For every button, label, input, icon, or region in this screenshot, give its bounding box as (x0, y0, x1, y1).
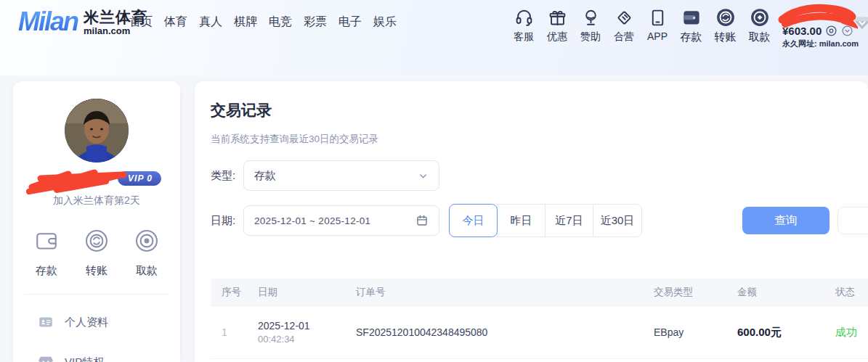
avatar (65, 99, 129, 163)
cell-status: 成功 (835, 326, 868, 340)
cell-amount: 600.00元 (737, 326, 835, 340)
page-subtitle: 当前系统支持查询最近30日的交易记录 (211, 133, 868, 146)
type-label: 类型: (211, 169, 243, 183)
col-amount: 金额 (737, 286, 835, 299)
cell-order-no: SF202512010042348495080 (356, 326, 654, 338)
site-logo[interactable]: Milan 米兰体育 milan.com (18, 7, 147, 37)
sidebar-deposit-button[interactable]: 存款 (33, 228, 60, 278)
table-row: 1 2025-12-01 00:42:34 SF2025120100423484… (211, 306, 868, 359)
reset-button-partial[interactable] (837, 207, 868, 234)
withdraw-button[interactable]: 取款 (742, 6, 776, 44)
nav-item-chess[interactable]: 棋牌 (234, 15, 257, 30)
headset-icon (514, 6, 534, 29)
affiliate-link[interactable]: 合营 (607, 6, 641, 44)
sponsor-link[interactable]: 赞助 (574, 6, 607, 44)
wallet-outline-icon (33, 228, 60, 257)
type-select[interactable]: 存款 (243, 160, 439, 191)
nav-item-live[interactable]: 真人 (199, 15, 222, 30)
chevron-down-icon (418, 170, 429, 181)
partner-icon (615, 6, 634, 29)
transfer-outline-icon (84, 228, 110, 257)
query-button[interactable]: 查询 (742, 207, 830, 234)
nav-item-home[interactable]: 首页 (129, 15, 153, 30)
transaction-records-panel: 交易记录 当前系统支持查询最近30日的交易记录 类型: 存款 日期: 2025-… (195, 81, 868, 362)
range-7days-button[interactable]: 近7日 (545, 204, 593, 237)
trophy-icon (581, 6, 601, 29)
username-redaction-scribble (776, 2, 858, 33)
page-title: 交易记录 (211, 100, 868, 120)
withdraw-icon (749, 6, 771, 29)
sidebar-item-vip[interactable]: VIP特权 (13, 342, 180, 362)
account-balance-block: ¥603.00 永久网址: milan.com (781, 6, 868, 52)
col-order-no: 订单号 (356, 286, 654, 299)
transfer-button[interactable]: 转账 (708, 6, 742, 44)
date-range-presets: 今日 昨日 近7日 近30日 (449, 204, 642, 237)
phone-icon (648, 6, 668, 29)
sidebar-withdraw-button[interactable]: 取款 (134, 228, 160, 278)
range-30days-button[interactable]: 近30日 (593, 204, 642, 237)
table-header-row: 序号 日期 订单号 交易类型 金额 状态 (211, 279, 868, 306)
profile-sidebar: VIP 0 加入米兰体育第2天 存款 (13, 81, 180, 362)
wallet-icon (681, 6, 702, 29)
type-select-value: 存款 (254, 169, 276, 183)
sidebar-divider (25, 294, 169, 295)
permanent-url-text: 永久网址: milan.com (782, 38, 859, 49)
col-date: 日期 (258, 286, 356, 299)
sidebar-quick-actions: 存款 转账 (13, 228, 180, 278)
col-type: 交易类型 (654, 286, 737, 299)
vip-gem-icon (38, 355, 54, 362)
date-range-input[interactable]: 2025-12-01 ~ 2025-12-01 (243, 205, 439, 236)
date-label: 日期: (211, 214, 243, 228)
date-range-value: 2025-12-01 ~ 2025-12-01 (254, 215, 415, 226)
transfer-icon (715, 6, 737, 29)
id-card-icon (38, 314, 54, 330)
page-body: VIP 0 加入米兰体育第2天 存款 (0, 75, 868, 362)
col-index: 序号 (222, 286, 258, 299)
col-status: 状态 (835, 286, 868, 299)
nav-item-esports[interactable]: 电竞 (269, 15, 292, 30)
logo-script-text: Milan (18, 9, 81, 35)
gift-icon (548, 6, 567, 29)
sidebar-menu: 个人资料 VIP特权 (13, 302, 180, 362)
deposit-button[interactable]: 存款 (674, 6, 708, 44)
header-right-cluster: 客服 优惠 赞助 (507, 6, 868, 52)
sidebar-transfer-button[interactable]: 转账 (84, 228, 110, 278)
date-filter-row: 日期: 2025-12-01 ~ 2025-12-01 今日 昨日 近7日 近3… (211, 204, 868, 237)
nav-item-sports[interactable]: 体育 (164, 15, 187, 30)
type-filter-row: 类型: 存款 (211, 160, 868, 191)
main-nav: 首页 体育 真人 棋牌 电竞 彩票 电子 娱乐 (129, 15, 397, 30)
withdraw-outline-icon (134, 228, 160, 257)
cell-type: EBpay (654, 326, 737, 338)
calendar-icon (415, 214, 429, 227)
nav-item-lottery[interactable]: 彩票 (304, 15, 327, 30)
join-days-text: 加入米兰体育第2天 (13, 194, 180, 207)
cell-index: 1 (222, 326, 258, 338)
promo-link[interactable]: 优惠 (540, 6, 574, 44)
transactions-table: 序号 日期 订单号 交易类型 金额 状态 1 2025-12-01 00:42:… (211, 279, 868, 359)
username-badge-row: VIP 0 (13, 170, 180, 192)
range-today-button[interactable]: 今日 (449, 204, 498, 237)
sidebar-item-profile[interactable]: 个人资料 (13, 302, 180, 342)
app-link[interactable]: APP (641, 6, 674, 42)
nav-item-entertainment[interactable]: 娱乐 (373, 15, 397, 30)
top-header: Milan 米兰体育 milan.com 首页 体育 真人 棋牌 电竞 彩票 电… (0, 0, 868, 75)
service-link[interactable]: 客服 (507, 6, 540, 44)
range-yesterday-button[interactable]: 昨日 (497, 204, 545, 237)
nav-item-slots[interactable]: 电子 (338, 15, 362, 30)
cell-date: 2025-12-01 00:42:34 (258, 320, 356, 345)
sidebar-redaction-scribble (25, 164, 135, 196)
